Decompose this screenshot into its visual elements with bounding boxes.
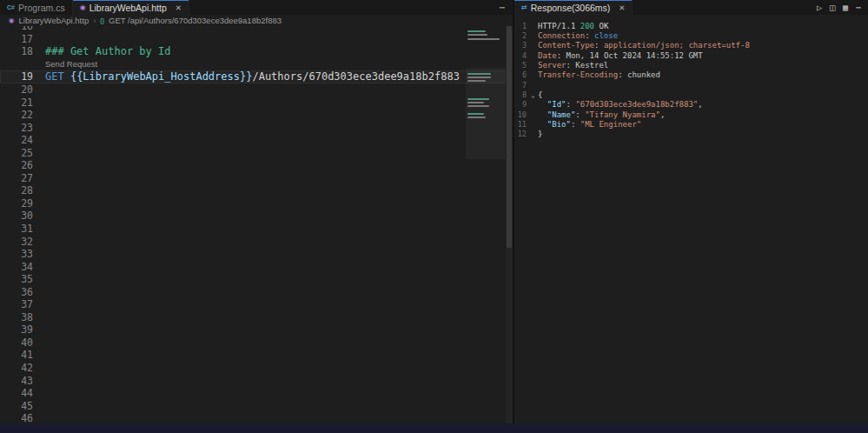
code-line-19[interactable]: 19GET {{LibraryWebApi_HostAddress}}/Auth… <box>0 70 513 83</box>
code-line-42[interactable]: 42 <box>0 362 513 375</box>
tab-program-cs[interactable]: C# Program.cs <box>0 0 73 15</box>
split-editor-icon[interactable]: ◫ <box>830 3 835 12</box>
http-editor[interactable]: 161718### Get Author by IdSend Request19… <box>0 26 513 423</box>
response-line-6[interactable]: 6Transfer-Encoding: chunked <box>514 70 868 80</box>
vertical-scrollbar[interactable] <box>506 26 513 423</box>
response-line-content: HTTP/1.1 200 OK <box>538 22 608 30</box>
more-actions-icon[interactable]: ⋯ <box>491 2 513 13</box>
response-icon: ⇄ <box>521 4 527 11</box>
code-line-44[interactable]: 44 <box>0 387 513 400</box>
response-line-5[interactable]: 5Server: Kestrel <box>514 60 868 70</box>
scrollbar-thumb[interactable] <box>507 26 512 248</box>
line-number: 38 <box>0 311 42 323</box>
code-line-34[interactable]: 34 <box>0 260 513 273</box>
symbol-method-icon: {} <box>100 17 104 23</box>
code-line-32[interactable]: 32 <box>0 235 513 248</box>
response-line-content: "Bio": "ML Engineer" <box>538 120 641 129</box>
code-line-23[interactable]: 23 <box>0 121 513 134</box>
line-number: 17 <box>0 33 42 45</box>
line-number: 8 <box>514 90 528 99</box>
response-line-content: { <box>538 90 542 99</box>
response-line-content: "Id": "670d303ece3dee9a18b2f883", <box>538 100 703 109</box>
line-number: 34 <box>0 261 42 273</box>
response-line-12[interactable]: 12} <box>514 130 868 139</box>
run-request-icon[interactable]: ▷ <box>817 3 822 12</box>
response-line-7[interactable]: 7 <box>514 80 868 90</box>
minimap-mark <box>467 77 491 78</box>
line-number: 2 <box>514 31 528 40</box>
code-line-20[interactable]: 20 <box>0 83 513 97</box>
code-line-22[interactable]: 22 <box>0 109 513 122</box>
line-number: 25 <box>0 147 42 159</box>
line-number: 7 <box>514 81 528 90</box>
line-number: 1 <box>514 22 528 30</box>
response-line-3[interactable]: 3Content-Type: application/json; charset… <box>514 41 868 50</box>
http-file-icon: ◉ <box>9 17 15 24</box>
code-line-43[interactable]: 43 <box>0 374 513 387</box>
response-line-10[interactable]: 10 "Name": "Tifany Nyamira", <box>514 110 868 119</box>
line-number: 26 <box>0 159 42 171</box>
close-tab-icon[interactable]: ✕ <box>619 3 625 12</box>
line-number: 24 <box>0 134 42 146</box>
code-line-36[interactable]: 36 <box>0 285 513 298</box>
line-number: 27 <box>0 172 42 184</box>
code-line-45[interactable]: 45 <box>0 399 513 412</box>
breadcrumb-file[interactable]: LibraryWebApi.http <box>19 16 89 25</box>
code-line-31[interactable]: 31 <box>0 223 513 236</box>
code-line-21[interactable]: 21 <box>0 96 513 109</box>
code-line-content: GET {{LibraryWebApi_HostAddress}}/Author… <box>45 70 460 83</box>
line-number: 43 <box>0 375 42 387</box>
minimap[interactable] <box>466 26 506 423</box>
code-line-39[interactable]: 39 <box>0 323 513 336</box>
tab-label: Response(3066ms) <box>531 3 611 13</box>
code-line-37[interactable]: 37 <box>0 298 513 311</box>
editor-layout-icon[interactable]: ▦ <box>843 3 848 12</box>
code-line-46[interactable]: 46 <box>0 412 513 423</box>
tab-bar: C# Program.cs ◉ LibraryWebApi.http ✕ ⋯ ⇄… <box>0 0 868 15</box>
line-number: 22 <box>0 109 42 121</box>
code-line-16[interactable]: 16 <box>0 26 513 33</box>
response-line-9[interactable]: 9 "Id": "670d303ece3dee9a18b2f883", <box>514 100 868 110</box>
more-actions-icon[interactable]: ⋯ <box>856 3 861 12</box>
response-line-1[interactable]: 1HTTP/1.1 200 OK <box>514 21 868 30</box>
editor-actions: ▷ ◫ ▦ ⋯ <box>817 0 868 15</box>
fold-chevron-icon[interactable]: ⌄ <box>528 91 538 99</box>
response-editor[interactable]: 1HTTP/1.1 200 OK2Connection: close3Conte… <box>514 15 868 423</box>
code-line-17[interactable]: 17 <box>0 33 513 46</box>
line-number: 40 <box>0 336 42 349</box>
code-line-26[interactable]: 26 <box>0 159 513 172</box>
code-line-40[interactable]: 40 <box>0 336 513 350</box>
line-number: 19 <box>0 70 42 83</box>
tab-response[interactable]: ⇄ Response(3066ms) ✕ <box>514 0 633 15</box>
code-line-30[interactable]: 30 <box>0 210 513 223</box>
code-line-29[interactable]: 29 <box>0 197 513 210</box>
left-editor-lines: 161718### Get Author by IdSend Request19… <box>0 26 513 423</box>
line-number: 41 <box>0 349 42 361</box>
minimap-mark <box>467 113 484 115</box>
code-line-41[interactable]: 41 <box>0 349 513 362</box>
line-number: 42 <box>0 362 42 374</box>
response-line-content: Transfer-Encoding: chunked <box>538 70 660 79</box>
code-line-35[interactable]: 35 <box>0 273 513 286</box>
code-line-25[interactable]: 25 <box>0 146 513 159</box>
code-line-24[interactable]: 24 <box>0 134 513 147</box>
csharp-file-icon: C# <box>7 4 15 10</box>
response-line-11[interactable]: 11 "Bio": "ML Engineer" <box>514 119 868 129</box>
response-line-2[interactable]: 2Connection: close <box>514 30 868 40</box>
response-line-4[interactable]: 4Date: Mon, 14 Oct 2024 14:55:12 GMT <box>514 50 868 60</box>
breadcrumb-symbol[interactable]: GET /api/Authors/670d303ece3dee9a18b2f88… <box>109 16 282 25</box>
line-number: 5 <box>514 61 528 70</box>
code-line-38[interactable]: 38 <box>0 311 513 324</box>
line-number: 21 <box>0 97 42 109</box>
code-line-18[interactable]: 18### Get Author by Id <box>0 45 513 58</box>
code-line-28[interactable]: 28 <box>0 184 513 197</box>
response-line-content: } <box>538 130 542 138</box>
response-line-8[interactable]: 8⌄{ <box>514 90 868 99</box>
code-line-33[interactable]: 33 <box>0 248 513 261</box>
tab-librarywebapi-http[interactable]: ◉ LibraryWebApi.http ✕ <box>73 0 189 15</box>
code-line-27[interactable]: 27 <box>0 172 513 185</box>
right-tab-strip: ⇄ Response(3066ms) ✕ ▷ ◫ ▦ ⋯ <box>514 0 868 15</box>
close-tab-icon[interactable]: ✕ <box>176 3 182 12</box>
send-request-codelens[interactable]: Send Request <box>45 59 97 69</box>
minimap-mark <box>467 73 491 75</box>
